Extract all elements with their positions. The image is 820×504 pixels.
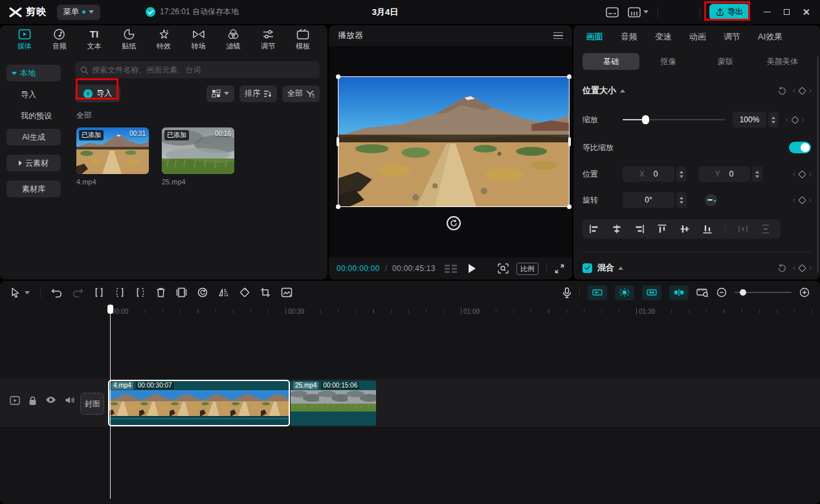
timeline-zoom-slider[interactable] [735,289,792,296]
keyframe-control[interactable] [793,197,811,203]
filter-button[interactable]: 全部 [282,85,320,102]
slider-knob[interactable] [740,289,746,296]
resize-handle-bottomright[interactable] [567,204,571,209]
position-x-stepper[interactable] [676,166,687,182]
scale-slider[interactable] [623,115,725,124]
playhead-handle[interactable] [107,305,113,314]
menu-button[interactable]: 菜单 [57,5,100,20]
resize-handle-left[interactable] [337,137,339,146]
rotate-dial[interactable] [705,194,717,206]
keyframe-diamond-icon[interactable] [791,116,799,124]
resize-handle-topright[interactable] [567,74,571,79]
tab-picture[interactable]: 画面 [586,31,603,43]
reverse-icon[interactable] [197,287,208,298]
align-left-icon[interactable] [589,224,599,234]
position-y-stepper[interactable] [752,166,762,182]
select-tool-icon[interactable] [10,287,30,298]
view-mode-button[interactable] [206,85,234,102]
ratio-button[interactable]: 比例 [516,263,538,275]
linkage-toggle[interactable] [615,285,634,300]
timeline-clip-25mp4[interactable]: 25.mp4 00:00:15:06 [291,380,376,426]
search-input[interactable] [92,65,315,74]
collapse-icon[interactable] [618,267,623,270]
mirror-icon[interactable] [218,287,229,298]
frame-view-icon[interactable] [445,265,457,273]
tab-effects[interactable]: 特效 [150,28,178,51]
rotate-stepper[interactable] [676,192,687,208]
main-track-magnet-toggle[interactable] [669,285,689,300]
blend-checkbox[interactable] [582,263,592,273]
sidebar-item-cloud[interactable]: 云素材 [6,155,61,171]
sidebar-item-local[interactable]: 本地 [6,65,61,82]
scale-stepper[interactable] [768,112,779,127]
cover-button[interactable]: 封面 [80,393,104,415]
delete-right-icon[interactable] [135,287,146,298]
subtab-mask[interactable]: 蒙版 [697,53,754,70]
mute-icon[interactable] [65,396,74,404]
sidebar-item-ai-generate[interactable]: AI生成 [6,129,61,146]
smart-tool-icon[interactable] [281,287,293,298]
player-canvas[interactable] [329,46,572,257]
maximize-button[interactable] [784,9,790,15]
media-thumbnail[interactable]: 已添加 00:16 [162,127,234,174]
delete-left-icon[interactable] [115,287,125,298]
uniform-scale-toggle[interactable] [789,142,811,153]
position-y-field[interactable]: Y 0 [698,166,750,182]
align-top-icon[interactable] [657,224,667,234]
rotate-clip-icon[interactable] [239,287,250,298]
tab-media[interactable]: 媒体 [10,28,39,51]
distribute-h-icon[interactable] [738,224,748,234]
preview-axis-toggle[interactable] [642,285,661,300]
align-right-icon[interactable] [634,224,645,234]
tab-sticker[interactable]: 贴纸 [115,28,143,51]
video-preview[interactable] [338,76,570,207]
tab-templates[interactable]: 模板 [289,28,317,51]
tab-animation[interactable]: 动画 [689,31,706,43]
playhead-line[interactable] [110,304,111,499]
position-x-field[interactable]: X 0 [623,166,674,182]
scale-value[interactable]: 100% [733,112,766,127]
lock-icon[interactable] [28,396,37,406]
resize-handle-topleft[interactable] [336,74,340,79]
align-center-h-icon[interactable] [612,224,622,234]
sort-button[interactable]: 排序 [239,85,277,102]
freeze-frame-icon[interactable] [176,287,187,298]
rotate-handle[interactable] [447,216,461,230]
align-middle-v-icon[interactable] [680,224,690,234]
keyframe-diamond-icon[interactable] [798,87,806,95]
keyframe-control[interactable] [793,265,811,271]
zoom-in-icon[interactable] [799,287,810,298]
crop-icon[interactable] [260,287,271,298]
tab-speed[interactable]: 变速 [655,31,672,43]
visibility-icon[interactable] [45,396,56,404]
rotate-field[interactable]: 0° [623,192,674,208]
delete-icon[interactable] [156,287,166,298]
align-bottom-icon[interactable] [702,224,713,234]
subtab-cutout[interactable]: 抠像 [639,53,696,70]
tab-transitions[interactable]: 转场 [184,28,213,51]
media-thumbnail[interactable]: 已添加 00:31 [76,127,149,174]
tab-audio[interactable]: 音频 [45,28,74,51]
keyframe-control[interactable] [793,88,811,94]
zoom-out-icon[interactable] [716,287,727,298]
sidebar-item-library[interactable]: 素材库 [6,181,61,197]
resize-handle-right[interactable] [568,137,571,146]
sidebar-item-presets[interactable]: 我的预设 [6,107,61,124]
layout-switch-icon[interactable] [628,7,648,17]
keyframe-diamond-icon[interactable] [798,196,806,204]
search-bar[interactable] [75,61,320,78]
tab-adjust-props[interactable]: 调节 [724,31,740,43]
minimize-button[interactable] [764,12,771,13]
keyframe-control[interactable] [793,171,811,177]
timeline-ruler[interactable]: 00:00 00:30 01:00 01:30 [0,304,820,318]
tab-filters[interactable]: 滤镜 [219,28,248,51]
tab-adjust[interactable]: 调节 [254,28,282,51]
tab-audio-props[interactable]: 音频 [621,31,637,43]
record-voiceover-icon[interactable] [562,287,571,298]
timeline-clip-4mp4[interactable]: 4.mp4 00:00:30:07 [109,380,289,426]
split-icon[interactable] [94,287,104,298]
keyframe-diamond-icon[interactable] [798,170,806,179]
media-item-4mp4[interactable]: 已添加 00:31 4.mp4 [76,127,149,186]
redo-icon[interactable] [72,288,83,298]
collapse-icon[interactable] [620,89,625,93]
